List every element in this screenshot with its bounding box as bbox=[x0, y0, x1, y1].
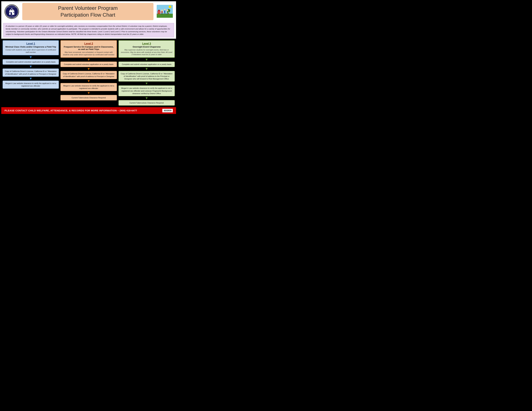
flowchart: Level 1 Minimal Class Visits and/or Chap… bbox=[1, 39, 176, 107]
level2-step4: Current Tuberculosis Clearance Required bbox=[60, 95, 117, 100]
header-title-box: Parent Volunteer Program Participation F… bbox=[22, 3, 153, 20]
svg-rect-20 bbox=[158, 13, 159, 14]
arrow-l3-3: ▼ bbox=[145, 82, 148, 85]
svg-rect-9 bbox=[13, 12, 14, 13]
level3-step3: Megan's Law website clearance to verify … bbox=[118, 85, 175, 96]
footer-text: PLEASE CONTACT CHILD WELFARE, ATTENDANCE… bbox=[5, 109, 137, 112]
level2-step3: Megan's Law website clearance to verify … bbox=[60, 83, 117, 91]
page-title: Parent Volunteer Program Participation F… bbox=[27, 5, 149, 18]
svg-text:1884: 1884 bbox=[11, 15, 13, 16]
level1-desc: Contact with students only under direct … bbox=[5, 49, 57, 53]
level2-step1: Complete and submit volunteer applicatio… bbox=[60, 62, 117, 67]
level2-column: Level 2 Frequent Service On-Campus and I… bbox=[60, 40, 117, 106]
level3-step1: Complete and submit volunteer applicatio… bbox=[118, 62, 175, 67]
svg-text:ONTARIO·MONTCLAIR: ONTARIO·MONTCLAIR bbox=[7, 7, 16, 8]
level1-subtitle: Minimal Class Visits and/or Chaperone a … bbox=[5, 46, 57, 48]
footer: PLEASE CONTACT CHILD WELFARE, ATTENDANCE… bbox=[1, 107, 176, 114]
school-logo: ONTARIO·MONTCLAIR SCHOOL DISTRICT 1884 bbox=[5, 4, 19, 19]
arrow-l2-2: ▼ bbox=[87, 67, 90, 71]
svg-rect-38 bbox=[167, 11, 168, 13]
level3-desc: May supervise students for overnight eve… bbox=[121, 49, 172, 56]
svg-rect-5 bbox=[11, 12, 12, 15]
svg-point-37 bbox=[167, 9, 168, 11]
arrow-l1-1: ▼ bbox=[29, 55, 33, 59]
svg-text:SCHOOL DISTRICT: SCHOOL DISTRICT bbox=[8, 16, 15, 17]
header: ONTARIO·MONTCLAIR SCHOOL DISTRICT 1884 P… bbox=[1, 1, 176, 22]
level2-desc: May have occasional, non-scheduled, or f… bbox=[63, 51, 114, 56]
svg-point-25 bbox=[161, 9, 163, 11]
level2-title: Level 2 bbox=[63, 42, 114, 45]
level2-step2: Copy of California Driver's License, Cal… bbox=[60, 71, 117, 79]
svg-rect-8 bbox=[10, 12, 10, 13]
svg-rect-7 bbox=[11, 9, 12, 10]
intro-box: A volunteer is a person 18 years or olde… bbox=[3, 23, 174, 37]
level3-title: Level 3 bbox=[121, 42, 172, 45]
svg-rect-12 bbox=[157, 14, 173, 18]
arrow-l2-4: ▼ bbox=[87, 91, 90, 95]
level1-header: Level 1 Minimal Class Visits and/or Chap… bbox=[3, 40, 59, 55]
level1-step1: Complete and submit volunteer applicatio… bbox=[3, 59, 59, 65]
level3-step4: Current Tuberculosis Clearance Required bbox=[118, 100, 175, 106]
svg-rect-22 bbox=[159, 12, 160, 12]
level1-title: Level 1 bbox=[5, 42, 57, 45]
arrow-l3-1: ▼ bbox=[145, 58, 148, 62]
svg-rect-21 bbox=[158, 12, 159, 12]
arrow-l2-3: ▼ bbox=[87, 79, 90, 83]
main-container: ONTARIO·MONTCLAIR SCHOOL DISTRICT 1884 P… bbox=[1, 1, 176, 114]
level3-subtitle: Overnight Event Chaperone bbox=[121, 46, 172, 48]
arrow-l1-2: ▼ bbox=[29, 65, 33, 68]
level1-column: Level 1 Minimal Class Visits and/or Chap… bbox=[3, 40, 59, 106]
arrow-l3-2: ▼ bbox=[145, 67, 148, 71]
svg-rect-32 bbox=[164, 10, 165, 12]
intro-text: A volunteer is a person 18 years or olde… bbox=[6, 25, 170, 35]
svg-point-31 bbox=[164, 9, 166, 10]
level1-step2: Copy of California Driver's License, Cal… bbox=[3, 68, 59, 76]
footer-date: 3/2/2016 bbox=[162, 109, 173, 112]
level3-column: Level 3 Overnight Event Chaperone May su… bbox=[118, 40, 175, 106]
level3-header: Level 3 Overnight Event Chaperone May su… bbox=[118, 40, 175, 58]
level2-header: Level 2 Frequent Service On-Campus and I… bbox=[60, 40, 117, 58]
svg-point-13 bbox=[169, 6, 171, 8]
level2-subtitle: Frequent Service On-Campus and In Classr… bbox=[63, 46, 114, 50]
arrow-l2-1: ▼ bbox=[87, 58, 90, 62]
svg-rect-26 bbox=[162, 11, 162, 13]
arrow-l1-3: ▼ bbox=[29, 77, 33, 81]
level1-step3: Megan's Law website clearance to verify … bbox=[3, 81, 59, 89]
level3-step2: Copy of California Driver's License, Cal… bbox=[118, 71, 175, 82]
kids-graphic bbox=[157, 5, 173, 18]
arrow-l3-4: ▼ bbox=[145, 96, 148, 100]
